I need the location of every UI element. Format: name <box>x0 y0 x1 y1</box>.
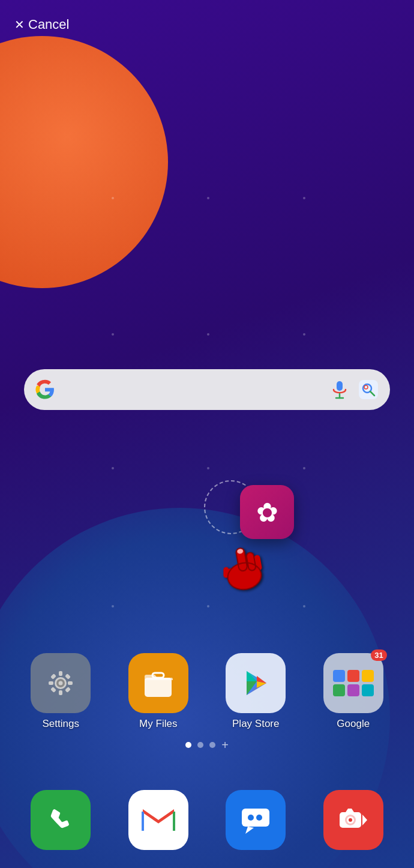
play-store-app-item[interactable]: Play Store <box>217 653 295 730</box>
play-store-label: Play Store <box>232 718 279 730</box>
dot <box>207 605 209 607</box>
wallpaper-circle <box>0 36 168 288</box>
messages-dock-item[interactable] <box>217 790 295 850</box>
svg-rect-21 <box>59 690 62 695</box>
gear-svg <box>45 668 76 699</box>
dot <box>207 197 209 199</box>
svg-point-19 <box>59 681 63 686</box>
search-bar[interactable] <box>24 369 390 410</box>
google-grid-icon <box>333 684 345 696</box>
lens-svg <box>358 379 379 400</box>
play-store-icon[interactable] <box>226 653 286 713</box>
svg-rect-27 <box>65 687 71 693</box>
svg-rect-34 <box>256 815 262 821</box>
my-files-icon[interactable] <box>128 653 188 713</box>
dot <box>112 197 114 199</box>
google-grid-icon <box>362 684 374 696</box>
gmail-svg <box>140 804 176 836</box>
app-row: Settings My Files <box>12 653 402 730</box>
lens-icon[interactable] <box>358 379 379 400</box>
page-dot-1[interactable] <box>185 742 191 748</box>
recorder-icon[interactable] <box>323 790 383 850</box>
bottom-dock <box>12 790 402 850</box>
google-grid-icon <box>362 670 374 682</box>
svg-marker-32 <box>245 827 254 834</box>
google-folder-app-item[interactable]: 31 Google <box>314 653 392 730</box>
add-page-button[interactable]: + <box>221 739 229 751</box>
google-grid-icon <box>347 684 359 696</box>
google-grid-icon <box>347 670 359 682</box>
svg-rect-33 <box>248 815 254 821</box>
google-folder-icon[interactable]: 31 <box>323 653 383 713</box>
svg-rect-3 <box>359 380 378 399</box>
settings-icon[interactable] <box>31 653 91 713</box>
dot <box>112 605 114 607</box>
files-svg <box>142 667 175 700</box>
cancel-button[interactable]: ✕ Cancel <box>14 17 69 32</box>
svg-rect-26 <box>50 687 56 693</box>
dot <box>303 605 305 607</box>
dot <box>303 467 305 469</box>
recorder-dock-item[interactable] <box>314 790 392 850</box>
dot <box>207 467 209 469</box>
page-dot-2[interactable] <box>197 742 203 748</box>
svg-rect-22 <box>49 681 53 685</box>
wallpaper <box>0 0 414 868</box>
my-files-label: My Files <box>139 718 177 730</box>
svg-rect-0 <box>337 381 343 391</box>
settings-label: Settings <box>43 718 79 730</box>
google-badge: 31 <box>371 649 386 661</box>
phone-svg <box>45 804 76 836</box>
flower-icon: ✿ <box>256 497 278 528</box>
settings-app-item[interactable]: Settings <box>22 653 100 730</box>
svg-rect-25 <box>65 674 71 680</box>
svg-rect-20 <box>59 671 62 676</box>
flower-app-icon[interactable]: ✿ <box>240 485 294 539</box>
google-grid-icon <box>333 670 345 682</box>
recorder-svg <box>337 804 370 836</box>
dot <box>303 333 305 336</box>
phone-icon[interactable] <box>31 790 91 850</box>
dot <box>303 197 305 199</box>
svg-rect-28 <box>145 678 172 697</box>
cancel-label: Cancel <box>28 17 69 32</box>
my-files-app-item[interactable]: My Files <box>119 653 197 730</box>
page-dot-3[interactable] <box>209 742 215 748</box>
dot <box>207 333 209 336</box>
svg-rect-31 <box>242 809 269 827</box>
svg-point-38 <box>349 818 352 822</box>
mic-svg <box>331 380 348 399</box>
dot <box>112 467 114 469</box>
google-logo <box>35 379 55 400</box>
google-label: Google <box>337 718 370 730</box>
dot <box>112 333 114 336</box>
gmail-dock-item[interactable] <box>119 790 197 850</box>
gmail-icon[interactable] <box>128 790 188 850</box>
mic-icon[interactable] <box>329 379 350 400</box>
playstore-svg <box>238 665 274 701</box>
messages-svg <box>239 804 272 836</box>
page-indicators: + <box>0 739 414 751</box>
svg-rect-23 <box>68 681 73 685</box>
phone-dock-item[interactable] <box>22 790 100 850</box>
messages-icon[interactable] <box>226 790 286 850</box>
svg-rect-24 <box>50 674 56 680</box>
x-icon: ✕ <box>14 17 25 32</box>
